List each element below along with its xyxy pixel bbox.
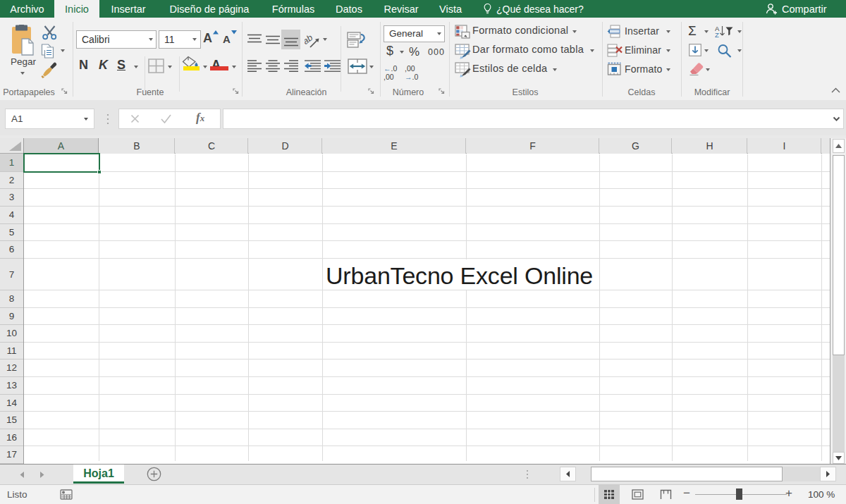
- svg-text:Z: Z: [715, 31, 719, 37]
